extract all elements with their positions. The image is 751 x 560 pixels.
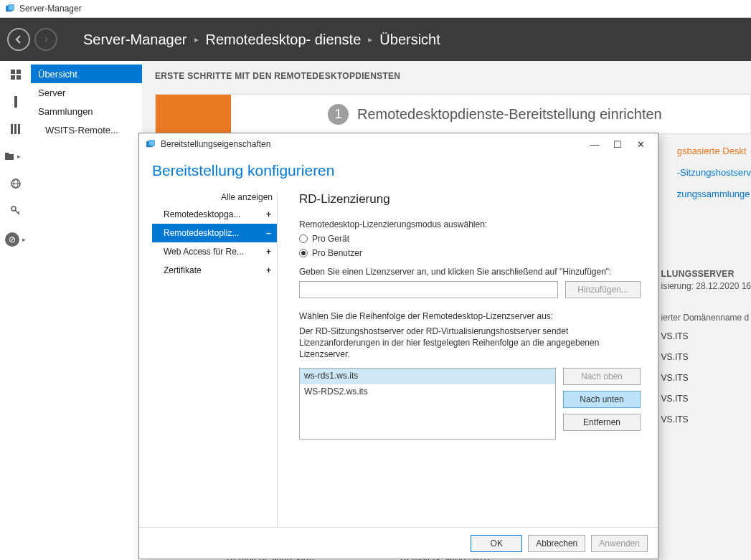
panel-value: VS.ITS — [661, 394, 751, 404]
svg-rect-17 — [149, 141, 155, 146]
remove-button[interactable]: Entfernen — [563, 414, 641, 431]
app-icon — [4, 4, 16, 14]
radio-label: Pro Gerät — [312, 234, 349, 244]
list-item[interactable]: ws-rds1.ws.its — [300, 369, 555, 384]
panel-label: ierter Domänenname d — [661, 313, 751, 323]
sidenav-item-collections[interactable]: Sammlungen — [31, 102, 142, 120]
svg-line-15 — [18, 212, 19, 213]
section-heading: RD-Lizenzierung — [299, 192, 641, 207]
dialog-icon — [145, 139, 156, 149]
local-server-icon[interactable] — [9, 95, 22, 108]
svg-rect-7 — [11, 124, 13, 134]
iis-icon[interactable] — [9, 177, 22, 190]
breadcrumb-item[interactable]: Remotedesktop- dienste — [206, 32, 362, 48]
key-icon[interactable] — [9, 204, 22, 217]
breadcrumb: Server-Manager ▸ Remotedesktop- dienste … — [83, 32, 440, 48]
list-item[interactable]: WS-RDS2.ws.its — [300, 384, 555, 400]
category-webaccess[interactable]: Web Access für Re... + — [152, 242, 277, 261]
dashboard-icon[interactable] — [9, 68, 22, 81]
all-servers-icon[interactable] — [9, 123, 22, 136]
sidenav-label: WSITS-Remote... — [45, 125, 118, 136]
category-label: Remotedesktopga... — [164, 209, 240, 219]
close-button[interactable]: ✕ — [629, 136, 652, 153]
category-label: Web Access für Re... — [164, 247, 244, 257]
radio-icon — [299, 249, 308, 257]
chevron-right-icon: ▸ — [368, 34, 372, 44]
svg-rect-3 — [16, 70, 21, 74]
radio-icon — [299, 234, 308, 243]
category-list: Alle anzeigen Remotedesktopga... + Remot… — [152, 192, 278, 527]
link-partial[interactable]: zungssammlunge — [677, 184, 751, 205]
wizard-accent-block — [156, 95, 231, 133]
category-licensing[interactable]: Remotedesktopliz... – — [152, 224, 277, 242]
dialog-title: Bereitstellungseigenschaften — [161, 139, 270, 149]
svg-rect-5 — [16, 75, 21, 80]
sidenav-label: Server — [38, 87, 65, 98]
ok-button[interactable]: OK — [471, 535, 522, 552]
forward-button[interactable] — [34, 28, 57, 51]
button-label: Abbrechen — [536, 538, 577, 549]
move-down-button[interactable]: Nach unten — [563, 391, 641, 408]
collapse-icon: – — [266, 228, 271, 238]
button-label: Nach unten — [580, 394, 623, 404]
minimize-button[interactable]: — — [583, 136, 606, 153]
sidenav-label: Sammlungen — [38, 106, 93, 117]
dialog-heading: Bereitstellung konfigurieren — [152, 162, 645, 179]
remote-desktop-icon[interactable]: ⊘▸ — [3, 232, 29, 247]
link-partial[interactable]: -Sitzungshostserv — [677, 162, 751, 184]
mode-label: Remotedesktop-Lizenzierungsmodus auswähl… — [299, 219, 641, 229]
license-server-input[interactable] — [299, 281, 558, 298]
licensing-panel: RD-Lizenzierung Remotedesktop-Lizenzieru… — [278, 192, 645, 527]
main-titlebar: Server-Manager — [0, 0, 751, 18]
radio-per-device[interactable]: Pro Gerät — [299, 234, 641, 244]
show-all-link[interactable]: Alle anzeigen — [152, 192, 277, 202]
move-up-button[interactable]: Nach oben — [563, 368, 641, 385]
sidenav-item-wsits[interactable]: WSITS-Remote... — [31, 120, 142, 139]
svg-rect-2 — [11, 70, 15, 74]
breadcrumb-item[interactable]: Übersicht — [379, 32, 440, 48]
icon-strip: ▸ ⊘▸ — [0, 61, 31, 560]
header-bar: Server-Manager ▸ Remotedesktop- dienste … — [0, 18, 751, 61]
expand-icon: + — [266, 265, 271, 275]
section-title: ERSTE SCHRITTE MIT DEN REMOTEDESKTOPDIEN… — [155, 71, 751, 81]
cancel-button[interactable]: Abbrechen — [528, 535, 585, 552]
partial-links: gsbasierte Deskt -Sitzungshostserv zungs… — [677, 141, 751, 205]
back-button[interactable] — [7, 28, 30, 51]
category-certificates[interactable]: Zertifikate + — [152, 261, 277, 280]
panel-value: VS.ITS — [661, 331, 751, 341]
partial-panel: LLUNGSSERVER isierung: 28.12.2020 16 ier… — [661, 269, 751, 435]
side-nav: Übersicht Server Sammlungen WSITS-Remote… — [31, 61, 142, 560]
dialog-footer: OK Abbrechen Anwenden — [139, 527, 658, 559]
file-services-icon[interactable]: ▸ — [4, 150, 27, 163]
link-partial[interactable]: gsbasierte Deskt — [677, 141, 751, 162]
dialog-body: Bereitstellung konfigurieren Alle anzeig… — [139, 155, 658, 527]
category-label: Zertifikate — [164, 265, 202, 275]
order-description: Der RD-Sitzungshostserver oder RD-Virtua… — [299, 326, 641, 361]
wizard-heading: Remotedesktopdienste-Bereitstellung einr… — [357, 106, 662, 123]
chevron-right-icon: ▸ — [194, 34, 199, 44]
sidenav-label: Übersicht — [38, 69, 77, 80]
step-number-badge: 1 — [328, 104, 349, 125]
apply-button[interactable]: Anwenden — [591, 535, 648, 552]
svg-rect-8 — [14, 124, 16, 134]
breadcrumb-item[interactable]: Server-Manager — [83, 32, 187, 48]
button-label: OK — [491, 538, 503, 549]
radio-per-user[interactable]: Pro Benutzer — [299, 248, 641, 258]
button-label: Nach oben — [581, 371, 623, 381]
add-button[interactable]: Hinzufügen... — [565, 281, 641, 298]
svg-rect-9 — [18, 124, 20, 134]
license-server-listbox[interactable]: ws-rds1.ws.its WS-RDS2.ws.its — [299, 368, 556, 440]
panel-value: VS.ITS — [661, 352, 751, 362]
server-input-label: Geben Sie einen Lizenzserver an, und kli… — [299, 267, 641, 277]
sidenav-item-overview[interactable]: Übersicht — [31, 65, 142, 83]
button-label: Hinzufügen... — [577, 285, 628, 295]
category-gateway[interactable]: Remotedesktopga... + — [152, 205, 277, 224]
dialog-columns: Alle anzeigen Remotedesktopga... + Remot… — [152, 192, 645, 527]
app-title: Server-Manager — [19, 4, 82, 14]
panel-header: LLUNGSSERVER — [661, 269, 751, 279]
maximize-button[interactable]: ☐ — [606, 136, 629, 153]
svg-rect-4 — [11, 75, 15, 80]
sidenav-item-servers[interactable]: Server — [31, 83, 142, 102]
svg-rect-6 — [14, 96, 17, 108]
svg-rect-1 — [9, 5, 14, 11]
